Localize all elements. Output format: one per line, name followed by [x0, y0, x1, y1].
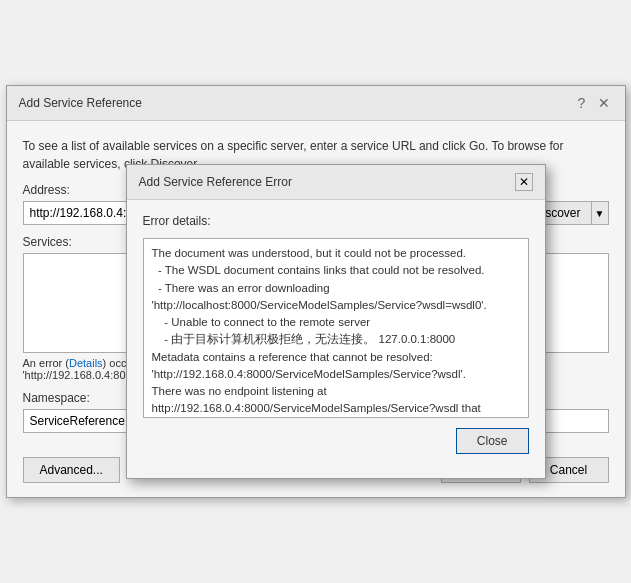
error-dialog: Add Service Reference Error ✕ Error deta… [126, 164, 546, 479]
error-close-x-button[interactable]: ✕ [515, 173, 533, 191]
error-dialog-title: Add Service Reference Error [139, 175, 292, 189]
bottom-left: Advanced... [23, 457, 120, 483]
error-close-action-button[interactable]: Close [456, 428, 529, 454]
error-title-bar: Add Service Reference Error ✕ [127, 165, 545, 200]
error-details-link[interactable]: Details [69, 357, 103, 369]
error-text-area[interactable] [143, 238, 529, 418]
title-bar-left: Add Service Reference [19, 96, 142, 110]
title-bar-controls: ? ✕ [573, 94, 613, 112]
error-hint-line2: 'http://192.168.0.4:80... [23, 369, 135, 381]
error-details-label: Error details: [143, 214, 529, 228]
advanced-button[interactable]: Advanced... [23, 457, 120, 483]
main-title-bar: Add Service Reference ? ✕ [7, 86, 625, 121]
close-button[interactable]: ✕ [595, 94, 613, 112]
discover-arrow-button[interactable]: ▼ [591, 201, 609, 225]
error-close-row: Close [143, 428, 529, 464]
help-button[interactable]: ? [573, 94, 591, 112]
main-dialog-title: Add Service Reference [19, 96, 142, 110]
error-dialog-body: Error details: Close [127, 200, 545, 478]
error-hint-prefix: An error ( [23, 357, 69, 369]
